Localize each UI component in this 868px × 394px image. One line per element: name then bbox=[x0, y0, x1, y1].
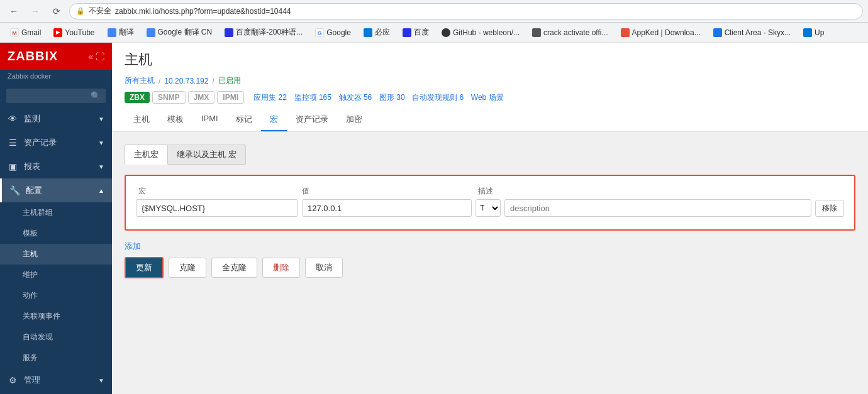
main-content: 主机 所有主机 / 10.20.73.192 / 已启用 ZBX SNMP JM… bbox=[112, 43, 868, 394]
bookmark-gmail[interactable]: M Gmail bbox=[5, 27, 46, 38]
bidu-label: 必应 bbox=[375, 27, 390, 38]
tab-macro[interactable]: 宏 bbox=[261, 109, 287, 131]
clone-button[interactable]: 克隆 bbox=[169, 258, 206, 278]
full-clone-button[interactable]: 全克隆 bbox=[211, 258, 257, 278]
search-icon[interactable]: 🔍 bbox=[91, 91, 101, 101]
bookmark-translate2[interactable]: Google 翻译 CN bbox=[142, 26, 218, 39]
stat-link-graph[interactable]: 图形 30 bbox=[379, 92, 405, 103]
search-input[interactable] bbox=[11, 92, 91, 101]
tab-host[interactable]: 主机 bbox=[125, 109, 159, 131]
breadcrumb-all-hosts[interactable]: 所有主机 bbox=[125, 75, 155, 86]
refresh-button[interactable]: ⟳ bbox=[48, 3, 65, 20]
sidebar-item-config[interactable]: 🔧 配置 ▲ bbox=[0, 178, 112, 202]
tab-template[interactable]: 模板 bbox=[159, 109, 192, 131]
stat-link-monitor[interactable]: 监控项 165 bbox=[294, 92, 331, 103]
tabs-row: 主机 模板 IPMI 标记 宏 资产记录 加密 bbox=[125, 109, 855, 131]
bookmark-bidu[interactable]: 必应 bbox=[359, 26, 395, 39]
sidebar-item-auto-discovery[interactable]: 自动发现 bbox=[0, 327, 112, 347]
bookmark-github[interactable]: GitHub - webleon/... bbox=[437, 27, 525, 38]
monitor-icon: 👁 bbox=[8, 114, 18, 124]
sidebar-item-report[interactable]: ▣ 报表 ▼ bbox=[0, 155, 112, 178]
tab-encrypt[interactable]: 加密 bbox=[337, 109, 371, 131]
action-buttons: 更新 克隆 全克隆 删除 取消 bbox=[125, 257, 855, 278]
sidebar-item-hosts[interactable]: 主机 bbox=[0, 244, 112, 265]
stat-link-trigger[interactable]: 触发器 56 bbox=[339, 92, 372, 103]
config-label: 配置 bbox=[26, 185, 42, 196]
breadcrumb-status: 已启用 bbox=[218, 75, 241, 86]
delete-button[interactable]: 删除 bbox=[262, 258, 300, 278]
address-bar[interactable]: 🔒 不安全 zabbix.mkl.io/hosts.php?form=updat… bbox=[69, 3, 863, 19]
macro-table-header: 宏 值 描述 bbox=[136, 186, 844, 197]
bookmark-youtube[interactable]: ▶ YouTube bbox=[48, 27, 99, 38]
sidebar-subtitle: Zabbix docker bbox=[0, 70, 112, 85]
stat-link-web[interactable]: Web 场景 bbox=[471, 92, 504, 103]
table-row: T S 移除 bbox=[136, 199, 844, 217]
badge-jmx[interactable]: JMX bbox=[188, 91, 215, 104]
sub-tab-inherited-macro[interactable]: 继承以及主机 宏 bbox=[168, 145, 246, 165]
breadcrumb-host-ip[interactable]: 10.20.73.192 bbox=[164, 77, 208, 85]
sidebar-item-asset[interactable]: ☰ 资产记录 ▼ bbox=[0, 131, 112, 155]
host-groups-label: 主机群组 bbox=[23, 207, 53, 218]
sidebar-item-host-groups[interactable]: 主机群组 bbox=[0, 202, 112, 223]
baidu-label: 百度 bbox=[414, 27, 429, 38]
update-button[interactable]: 更新 bbox=[125, 257, 164, 278]
sidebar-item-admin[interactable]: ⚙ 管理 ▼ bbox=[0, 368, 112, 392]
sub-tab-host-macro[interactable]: 主机宏 bbox=[125, 145, 168, 165]
github-icon bbox=[442, 28, 450, 37]
status-divider6 bbox=[466, 93, 469, 102]
sidebar-item-related-events[interactable]: 关联项事件 bbox=[0, 306, 112, 327]
sidebar-item-monitor[interactable]: 👁 监测 ▼ bbox=[0, 107, 112, 131]
cancel-button[interactable]: 取消 bbox=[305, 258, 343, 278]
collapse-icon[interactable]: « bbox=[88, 52, 93, 62]
bookmark-appked[interactable]: AppKed | Downloa... bbox=[616, 27, 706, 38]
sidebar-search: 🔍 bbox=[6, 89, 106, 103]
monitor-label: 监测 bbox=[24, 113, 40, 124]
sidebar-item-templates[interactable]: 模板 bbox=[0, 223, 112, 244]
bookmark-crack[interactable]: crack activate offi... bbox=[527, 27, 613, 38]
back-button[interactable]: ← bbox=[5, 3, 23, 20]
bookmark-client[interactable]: Client Area - Skyx... bbox=[708, 27, 796, 38]
badge-ipmi[interactable]: IPMI bbox=[217, 91, 244, 104]
badge-zbx[interactable]: ZBX bbox=[125, 92, 150, 103]
stat-link-discovery[interactable]: 自动发现规则 6 bbox=[412, 92, 464, 103]
macro-value-input[interactable] bbox=[302, 199, 472, 217]
bookmark-up[interactable]: Up bbox=[798, 27, 829, 38]
asset-icon: ☰ bbox=[8, 138, 18, 148]
bidu-icon bbox=[364, 28, 372, 37]
forward-button[interactable]: → bbox=[26, 3, 44, 20]
bookmark-baidu-translate[interactable]: 百度翻译-200种语... bbox=[220, 26, 308, 39]
sidebar-item-services[interactable]: 服务 bbox=[0, 347, 112, 368]
add-macro-link[interactable]: 添加 bbox=[125, 241, 141, 252]
browser-chrome: ← → ⟳ 🔒 不安全 zabbix.mkl.io/hosts.php?form… bbox=[0, 0, 868, 43]
maintenance-label: 维护 bbox=[23, 270, 38, 280]
report-arrow-icon: ▼ bbox=[98, 163, 104, 170]
expand-icon[interactable]: ⛶ bbox=[96, 52, 104, 62]
sidebar-item-actions[interactable]: 动作 bbox=[0, 285, 112, 306]
tab-tags[interactable]: 标记 bbox=[227, 109, 261, 131]
sidebar-logo: ZABBIX « ⛶ bbox=[0, 43, 112, 70]
bookmark-google[interactable]: G Google bbox=[310, 27, 356, 38]
client-label: Client Area - Skyx... bbox=[725, 28, 791, 37]
macro-desc-input[interactable] bbox=[504, 199, 811, 217]
tab-ipmi[interactable]: IPMI bbox=[192, 109, 227, 131]
sidebar-item-maintenance[interactable]: 维护 bbox=[0, 265, 112, 285]
bookmarks-bar: M Gmail ▶ YouTube 翻译 Google 翻译 CN 百度翻译-2… bbox=[0, 23, 868, 43]
col-header-desc: 描述 bbox=[478, 186, 842, 197]
status-divider5 bbox=[408, 93, 410, 102]
bookmark-translate1[interactable]: 翻译 bbox=[103, 26, 139, 39]
content-area: 主机宏 继承以及主机 宏 宏 值 描述 T S bbox=[112, 132, 868, 394]
tab-asset-record[interactable]: 资产记录 bbox=[287, 109, 337, 131]
hosts-label: 主机 bbox=[23, 249, 38, 260]
asset-label: 资产记录 bbox=[24, 137, 57, 148]
remove-button[interactable]: 移除 bbox=[815, 200, 844, 217]
stat-link-appset[interactable]: 应用集 22 bbox=[253, 92, 287, 103]
macro-name-input[interactable] bbox=[136, 199, 298, 217]
config-icon: 🔧 bbox=[9, 185, 19, 195]
github-label: GitHub - webleon/... bbox=[453, 28, 520, 37]
up-label: Up bbox=[815, 28, 824, 37]
config-arrow-icon: ▲ bbox=[98, 187, 104, 194]
bookmark-baidu[interactable]: 百度 bbox=[398, 26, 434, 39]
badge-snmp[interactable]: SNMP bbox=[152, 91, 186, 104]
macro-type-select[interactable]: T S bbox=[476, 199, 501, 217]
status-divider2 bbox=[289, 93, 292, 102]
